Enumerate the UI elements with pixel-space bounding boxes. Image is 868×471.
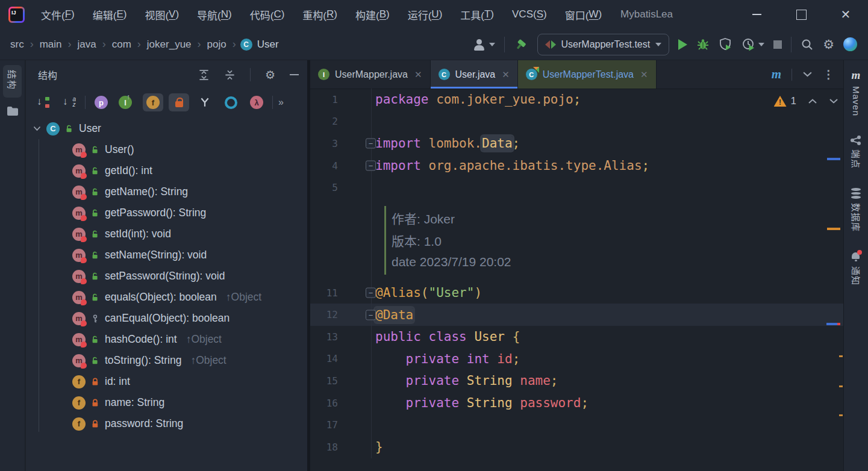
structure-tree-row[interactable]: m setName(String): void — [26, 245, 307, 266]
structure-tree-row[interactable]: f name: String — [26, 392, 307, 413]
warnings-indicator[interactable]: 1 — [774, 95, 796, 107]
fold-marker-icon[interactable]: − — [366, 288, 376, 298]
show-lambdas-button[interactable]: λ — [246, 93, 267, 111]
menu-R[interactable]: 重构(R) — [293, 0, 346, 29]
run-configuration-select[interactable]: UserMapperTest.test — [537, 34, 670, 55]
code-line[interactable]: 18 } — [310, 436, 843, 458]
code-line[interactable]: 17 — [310, 414, 843, 436]
menu-E[interactable]: 编辑(E) — [84, 0, 136, 29]
menu-C[interactable]: 代码(C) — [241, 0, 294, 29]
debug-button[interactable] — [696, 38, 710, 51]
show-anonymous-button[interactable] — [220, 93, 241, 111]
structure-tree-row[interactable]: m hashCode(): int ↑Object — [26, 329, 307, 350]
breadcrumb-item[interactable]: C User — [240, 39, 279, 51]
toolwindow-button-database[interactable]: 数据库 — [850, 188, 863, 232]
code-line[interactable]: 5 — [310, 176, 843, 199]
breadcrumb-item[interactable]: pojo — [205, 37, 228, 52]
structure-tree-row[interactable]: m getName(): String — [26, 181, 307, 202]
show-fields-button[interactable]: f — [143, 93, 163, 111]
run-with-coverage-button[interactable] — [719, 37, 732, 51]
maven-icon[interactable]: m — [772, 67, 781, 82]
fold-marker-icon[interactable]: − — [366, 139, 376, 149]
code-line[interactable]: 15 private String name; — [310, 370, 843, 392]
sort-by-visibility-button[interactable]: ↓ — [33, 93, 54, 111]
structure-tree-row[interactable]: m getPassword(): String — [26, 202, 307, 223]
close-button[interactable]: ✕ — [823, 0, 868, 29]
close-tab-icon[interactable]: ✕ — [640, 69, 648, 80]
chevron-down-icon[interactable] — [802, 71, 813, 78]
editor-tab[interactable]: C User.java ✕ — [431, 60, 518, 89]
code-line[interactable]: 13 public class User { — [310, 326, 843, 348]
menu-B[interactable]: 构建(B) — [346, 0, 399, 29]
code-line[interactable]: 11 − @Alias("User") — [310, 282, 843, 304]
expand-all-icon[interactable] — [198, 69, 210, 81]
show-properties-button[interactable]: p — [91, 93, 111, 111]
structure-tree-row[interactable]: m getId(): int — [26, 160, 307, 181]
code-line[interactable]: 16 private String password; — [310, 392, 843, 414]
structure-tree-row[interactable]: f id: int — [26, 371, 307, 392]
breadcrumb-item[interactable]: src — [8, 37, 26, 52]
code-line[interactable]: 14 private int id; — [310, 348, 843, 370]
run-button[interactable] — [678, 39, 687, 50]
warning-stripe-mark[interactable] — [827, 228, 840, 230]
structure-toolwindow-button[interactable]: 结构 — [3, 65, 22, 98]
more-options-icon[interactable]: ⋮ — [823, 67, 835, 81]
minimize-button[interactable] — [734, 0, 779, 29]
breadcrumb-item[interactable]: com — [110, 37, 133, 52]
more-actions-icon[interactable]: » — [278, 97, 283, 108]
settings-gear-icon[interactable]: ⚙ — [823, 38, 834, 51]
structure-tree-row[interactable]: m toString(): String ↑Object — [26, 350, 307, 371]
assistant-sphere-icon[interactable] — [843, 37, 857, 51]
code-with-me-button[interactable] — [473, 39, 495, 50]
code-line[interactable]: 4 − import org.apache.ibatis.type.Alias; — [310, 155, 843, 177]
close-tab-icon[interactable]: ✕ — [502, 69, 510, 80]
error-stripe-mark[interactable] — [837, 323, 840, 325]
build-hammer-icon[interactable] — [514, 37, 528, 52]
next-problem-icon[interactable] — [829, 98, 838, 104]
profiler-button[interactable] — [742, 37, 764, 51]
menu-T[interactable]: 工具(T) — [451, 0, 503, 29]
stop-button[interactable] — [773, 40, 782, 49]
structure-tree-row[interactable]: m setPassword(String): void — [26, 266, 307, 287]
previous-problem-icon[interactable] — [808, 98, 817, 104]
fold-marker-icon[interactable]: − — [366, 161, 376, 171]
breadcrumb-item[interactable]: main — [38, 37, 64, 52]
hide-panel-icon[interactable] — [290, 74, 299, 75]
structure-tree-row[interactable]: m User() — [26, 139, 307, 160]
menu-F[interactable]: 文件(F) — [32, 0, 84, 29]
intention-bulb-icon[interactable] — [384, 284, 393, 298]
code-line[interactable]: 2 — [310, 111, 843, 133]
structure-tree-row[interactable]: m equals(Object): boolean ↑Object — [26, 287, 307, 308]
code-line[interactable]: 3 − import lombok.Data; — [310, 133, 843, 155]
intellij-logo-icon[interactable] — [8, 7, 25, 23]
editor-tab[interactable]: I UserMapper.java ✕ — [310, 60, 431, 89]
options-gear-icon[interactable]: ⚙ — [265, 69, 275, 81]
search-everywhere-button[interactable] — [801, 38, 814, 51]
structure-tree-row[interactable]: f password: String — [26, 413, 307, 434]
breadcrumb-item[interactable]: joker_yue — [145, 37, 193, 52]
structure-tree-row[interactable]: m setId(int): void — [26, 223, 307, 245]
sort-alphabetically-button[interactable]: ↓az — [59, 93, 80, 111]
editor-tab[interactable]: C UserMapperTest.java ✕ — [518, 60, 657, 89]
fold-marker-icon[interactable]: − — [366, 310, 376, 320]
close-tab-icon[interactable]: ✕ — [414, 69, 422, 80]
menu-S[interactable]: VCS(S) — [503, 0, 556, 29]
collapse-all-icon[interactable] — [224, 69, 236, 81]
menu-U[interactable]: 运行(U) — [399, 0, 452, 29]
project-toolwindow-button[interactable] — [7, 106, 19, 116]
menu-V[interactable]: 视图(V) — [136, 0, 188, 29]
show-inherited-button[interactable]: I ↑ — [117, 93, 137, 111]
code-line[interactable]: 12 − @Data — [310, 304, 843, 326]
structure-tree-row[interactable]: m canEqual(Object): boolean — [26, 308, 307, 329]
structure-tree-row[interactable]: C User — [26, 118, 307, 139]
breadcrumb-item[interactable]: java — [76, 37, 98, 52]
toolwindow-button-maven[interactable]: m Maven — [851, 69, 861, 116]
chevron-down-icon[interactable] — [33, 126, 41, 131]
menu-W[interactable]: 窗口(W) — [556, 0, 611, 29]
toolwindow-button-notifications[interactable]: 通知 — [850, 251, 863, 285]
toolwindow-button-endpoints[interactable]: 端点 — [850, 136, 863, 169]
vcs-change-mark[interactable] — [826, 323, 837, 325]
code-line[interactable]: 1 package com.joker_yue.pojo; — [310, 89, 843, 111]
show-non-public-button[interactable] — [169, 93, 189, 111]
maximize-button[interactable] — [779, 0, 823, 29]
